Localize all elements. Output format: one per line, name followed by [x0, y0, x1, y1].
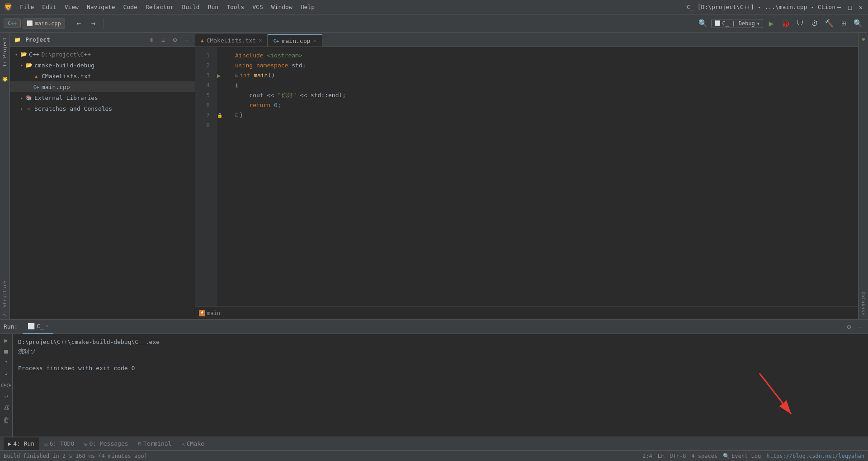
menu-edit[interactable]: Edit [38, 3, 60, 11]
menu-build[interactable]: Build [179, 3, 203, 11]
extlibs-icon: 📚 [25, 94, 33, 101]
event-log[interactable]: 🔍 Event Log [723, 453, 761, 459]
fold-indicator-7[interactable]: ⊟ [235, 111, 239, 120]
left-vertical-tabs: 1: Project ⭐ 7: Structure [0, 33, 10, 319]
soft-wrap-button[interactable]: ↩ [2, 392, 11, 401]
menu-view[interactable]: View [61, 3, 82, 11]
close-button[interactable]: ✕ [857, 4, 864, 11]
run-button[interactable]: ▶ [765, 17, 778, 30]
bottom-main-area: ▶ ■ ↑ ↓ ⟳⟳ ↩ 🖨 🗑 D:\project\C++\cmake-bu… [0, 334, 868, 437]
run-play-button[interactable]: ▶ [2, 336, 11, 345]
editor-content[interactable]: 1 2 3 4 5 6 7 8 ▶ 🔒 [195, 47, 858, 306]
menu-navigate[interactable]: Navigate [83, 3, 119, 11]
tree-item-cpp-root[interactable]: 📂 C++ D:\project\C++ [10, 49, 195, 60]
minimize-button[interactable]: ─ [835, 4, 843, 11]
op-brace-close: } [240, 111, 243, 120]
terminal-content[interactable]: D:\project\C++\cmake-build-debug\C__.exe… [13, 334, 868, 437]
menu-vcs[interactable]: VCS [249, 3, 266, 11]
tree-item-extlibs[interactable]: 📚 External Libraries [10, 92, 195, 103]
cmake-tab-close[interactable]: ✕ [259, 37, 262, 43]
op-shift1: << [267, 91, 277, 100]
favorites-tab[interactable]: ⭐ [0, 74, 9, 85]
tree-arrow-cpp-root [14, 52, 19, 57]
bb-tab-messages[interactable]: ✉ 0: Messages [80, 437, 132, 450]
run-tab[interactable]: ⬜ C_ ✕ [23, 320, 53, 334]
indentation[interactable]: 4 spaces [691, 453, 717, 459]
breadcrumb-label: main [207, 310, 220, 316]
run-stop-button[interactable]: ■ [2, 347, 11, 356]
print-button[interactable]: 🖨 [2, 403, 11, 412]
kw-include: #include [235, 51, 267, 61]
bb-tab-terminal[interactable]: ⊡ Terminal [134, 437, 176, 450]
bottom-panel: Run: ⬜ C_ ✕ ⚙ − ▶ ■ ↑ ↓ ⟳⟳ ↩ 🖨 🗑 [0, 319, 868, 437]
search-button[interactable]: 🔍 [852, 17, 864, 30]
tree-item-scratches[interactable]: ✏ Scratches and Consoles [10, 103, 195, 114]
menu-code[interactable]: Code [120, 3, 141, 11]
code-area[interactable]: #include <iostream> using namespace std;… [228, 47, 858, 306]
coverage-button[interactable]: 🛡 [794, 17, 807, 30]
database-tab[interactable]: Database [859, 288, 868, 319]
run-panel-minimize[interactable]: − [855, 322, 864, 331]
tab-cmake[interactable]: ▲ CMakeLists.txt ✕ [195, 34, 268, 47]
main-tab-close[interactable]: ✕ [313, 38, 316, 44]
back-button[interactable]: ← [73, 17, 85, 30]
run-gutter-icon[interactable]: ▶ [217, 72, 221, 79]
run-tab-label: C_ [37, 323, 44, 329]
cmake-build-icon: 📂 [25, 61, 33, 69]
menu-file[interactable]: File [16, 3, 38, 11]
file-selector[interactable]: ⬜ main.cpp [23, 19, 65, 28]
close-panel-button[interactable]: − [182, 35, 191, 44]
line-num-6: 6 [195, 100, 213, 110]
project-folder-icon: 📁 [14, 36, 21, 43]
build-status: Build finished in 2 s 168 ms (4 minutes … [4, 453, 147, 459]
tab-main[interactable]: C+ main.cpp ✕ [268, 34, 322, 47]
bb-tab-cmake[interactable]: △ CMake [177, 437, 208, 450]
settings-button[interactable]: ⚙ [170, 35, 179, 44]
line-num-3: 3 [195, 71, 213, 80]
search-everywhere-button[interactable]: 🔍 [697, 17, 709, 30]
inc-iostream: <iostream> [267, 51, 302, 61]
title-bar: 🦁 File Edit View Navigate Code Refactor … [0, 0, 868, 14]
line-ending[interactable]: LF [658, 453, 664, 459]
debug-button[interactable]: 🐞 [779, 17, 792, 30]
menu-help[interactable]: Help [297, 3, 318, 11]
forward-button[interactable]: → [87, 17, 100, 30]
tree-item-cmake-build[interactable]: 📂 cmake-build-debug [10, 60, 195, 71]
cpp-selector[interactable]: C++ [4, 19, 21, 28]
menu-window[interactable]: Window [268, 3, 296, 11]
bb-tab-run[interactable]: ▶ 4: Run [4, 437, 39, 450]
menu-refactor[interactable]: Refactor [142, 3, 178, 11]
collapse-all-button[interactable]: ≡ [159, 35, 168, 44]
tree-item-maincpp[interactable]: C+ main.cpp [10, 81, 195, 92]
cursor-position[interactable]: 2:4 [642, 453, 652, 459]
run-config-selector[interactable]: ⬜ C_ | Debug ▾ [711, 19, 763, 28]
code-line-7: ⊟} [235, 110, 854, 120]
profile-button[interactable]: ⏱ [808, 17, 821, 30]
run-icon: ▶ [8, 441, 11, 447]
structure-tab[interactable]: 7: Structure [0, 278, 9, 319]
tree-item-cmakelists[interactable]: ▲ CMakeLists.txt [10, 71, 195, 81]
scroll-up-button[interactable]: ↑ [2, 358, 11, 367]
locate-file-button[interactable]: ⊕ [147, 35, 156, 44]
fold-icon-7[interactable]: 🔒 [217, 113, 222, 118]
extlibs-label: External Libraries [34, 94, 98, 101]
url-link[interactable]: https://blog.csdn.net/leqyahah [766, 453, 864, 459]
rerun-button[interactable]: ⟳⟳ [2, 381, 11, 390]
fold-indicator-3[interactable]: ⊟ [235, 71, 239, 80]
build-button[interactable]: 🔨 [823, 17, 835, 30]
ns-std: std; [292, 61, 306, 71]
encoding[interactable]: UTF-8 [670, 453, 686, 459]
maximize-button[interactable]: □ [846, 4, 854, 11]
gutter-3[interactable]: ▶ [217, 71, 228, 80]
scroll-down-button[interactable]: ↓ [2, 368, 11, 377]
num-zero: 0; [274, 101, 281, 110]
layout-button[interactable]: ⊞ [837, 17, 850, 30]
bb-tab-todo[interactable]: ☑ 6: TODO [40, 437, 79, 450]
menu-run[interactable]: Run [204, 3, 222, 11]
run-tab-close[interactable]: ✕ [46, 323, 49, 329]
menu-tools[interactable]: Tools [223, 3, 248, 11]
run-config-icon: ⬜ [714, 20, 721, 26]
project-tab[interactable]: 1: Project [0, 34, 9, 70]
run-panel-settings[interactable]: ⚙ [844, 322, 854, 331]
trash-button[interactable]: 🗑 [2, 415, 11, 424]
